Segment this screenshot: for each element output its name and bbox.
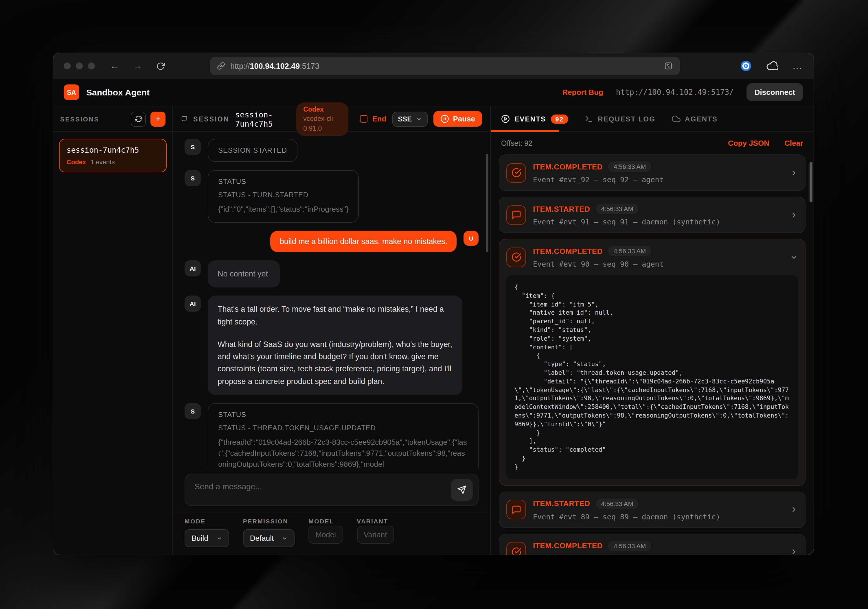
status-line: STATUS xyxy=(218,411,468,419)
send-button[interactable] xyxy=(451,479,473,501)
event-meta: Event #evt_88 – seq 88 – agent xyxy=(533,554,783,555)
events-scrollbar[interactable] xyxy=(809,162,812,202)
mode-label: MODE xyxy=(184,518,229,524)
model-input[interactable]: Model xyxy=(308,526,343,544)
link-icon xyxy=(217,62,225,70)
session-list-item[interactable]: session-7un4c7h5 Codex1 events xyxy=(59,139,167,172)
composer-placeholder: Send a message... xyxy=(194,482,262,491)
status-line: STATUS xyxy=(218,178,349,185)
message-bubble: STATUSSTATUS - THREAD.TOKEN_USAGE.UPDATE… xyxy=(208,403,479,469)
chevron-down-icon xyxy=(282,535,288,541)
event-expand-chevron[interactable] xyxy=(790,253,798,261)
event-card[interactable]: ITEM.COMPLETED 4:56:33 AM Event #evt_92 … xyxy=(499,155,806,191)
reader-mode-icon[interactable] xyxy=(664,61,673,71)
event-time: 4:56:33 AM xyxy=(608,541,651,551)
zoom-window-button[interactable] xyxy=(88,62,95,70)
status-line: {"threadId":"019c04ad-266b-72c3-83cc-c5e… xyxy=(218,437,468,469)
event-time: 4:56:33 AM xyxy=(596,498,638,509)
chat-message: U build me a billion dollar saas. make n… xyxy=(184,231,479,252)
new-session-button[interactable]: + xyxy=(150,111,166,126)
event-card[interactable]: ITEM.STARTED 4:56:33 AM Event #evt_89 – … xyxy=(499,491,806,528)
browser-chrome: ← → http://100.94.102.49:5173 … xyxy=(53,53,814,79)
session-event-count: 1 events xyxy=(91,158,115,165)
pause-circle-icon xyxy=(440,114,449,123)
event-type: ITEM.COMPLETED xyxy=(533,162,603,171)
forward-button[interactable]: → xyxy=(133,61,143,71)
refresh-sessions-button[interactable] xyxy=(131,111,146,126)
browser-menu-icon[interactable]: … xyxy=(792,60,803,72)
event-expand-chevron[interactable] xyxy=(790,168,798,177)
event-expand-chevron[interactable] xyxy=(790,505,798,513)
message-bubble: SESSION STARTED xyxy=(208,139,298,162)
play-circle-icon xyxy=(501,114,510,123)
mode-select[interactable]: Build xyxy=(184,529,229,547)
message-square-icon xyxy=(511,505,521,515)
copy-json-button[interactable]: Copy JSON xyxy=(728,139,769,147)
message-composer[interactable]: Send a message... xyxy=(184,474,479,506)
status-line: STATUS - THREAD.TOKEN_USAGE.UPDATED xyxy=(218,424,468,432)
event-expand-chevron[interactable] xyxy=(790,211,798,219)
message-square-icon xyxy=(181,114,188,123)
browser-window: ← → http://100.94.102.49:5173 … SA xyxy=(53,53,814,555)
minimize-window-button[interactable] xyxy=(76,62,83,70)
tab-agents[interactable]: AGENTS xyxy=(671,114,718,123)
event-expand-chevron[interactable] xyxy=(790,548,798,555)
back-button[interactable]: ← xyxy=(110,61,119,71)
message-avatar: S xyxy=(184,403,201,419)
tab-request-log[interactable]: REQUEST LOG xyxy=(584,114,655,123)
active-tab-underline xyxy=(491,130,559,132)
chat-message: S STATUSSTATUS - TURN.STARTED{"id":"0","… xyxy=(184,170,479,223)
event-type: ITEM.COMPLETED xyxy=(533,541,603,550)
message-paragraph: What kind of SaaS do you want (industry/… xyxy=(218,339,453,388)
end-checkbox[interactable] xyxy=(360,115,367,123)
chevron-down-icon xyxy=(216,535,222,541)
message-paragraph: That's a tall order. To move fast and “m… xyxy=(218,303,453,328)
send-icon xyxy=(457,485,467,495)
message-bubble: No content yet. xyxy=(208,260,280,288)
message-list: S SESSION STARTED S STATUSSTATUS - TURN.… xyxy=(173,132,490,469)
chat-message: S SESSION STARTED xyxy=(184,139,479,162)
reload-button[interactable] xyxy=(156,62,165,70)
event-icon xyxy=(506,542,526,555)
event-card[interactable]: ITEM.COMPLETED 4:56:33 AM Event #evt_88 … xyxy=(499,533,806,555)
model-label: MODEL xyxy=(308,518,343,524)
close-window-button[interactable] xyxy=(64,62,71,70)
event-list: ITEM.COMPLETED 4:56:33 AM Event #evt_92 … xyxy=(491,153,814,555)
pause-button[interactable]: Pause xyxy=(433,111,482,127)
sessions-title: SESSIONS xyxy=(60,115,126,122)
end-session-toggle[interactable]: End xyxy=(360,114,386,123)
session-provider: Codex xyxy=(67,158,86,165)
permission-select[interactable]: Default xyxy=(243,529,294,547)
chat-scrollbar[interactable] xyxy=(486,154,488,252)
disconnect-button[interactable]: Disconnect xyxy=(747,83,803,101)
event-card[interactable]: ITEM.STARTED 4:56:33 AM Event #evt_91 – … xyxy=(499,196,806,233)
session-name: session-7un4c7h5 xyxy=(67,146,159,155)
report-bug-link[interactable]: Report Bug xyxy=(562,88,603,97)
sessions-sidebar: SESSIONS + session-7un4c7h5 Codex1 event… xyxy=(53,107,173,555)
event-icon xyxy=(506,163,526,182)
tab-events[interactable]: EVENTS 92 xyxy=(501,114,568,124)
app-title: Sandbox Agent xyxy=(86,87,150,97)
message-avatar: U xyxy=(463,231,479,246)
session-label: SESSION xyxy=(193,115,229,122)
permission-label: PERMISSION xyxy=(243,518,294,524)
message-square-icon xyxy=(511,210,521,220)
password-manager-icon[interactable] xyxy=(740,60,752,72)
event-card[interactable]: ITEM.COMPLETED 4:56:33 AM Event #evt_90 … xyxy=(499,239,806,485)
transport-select[interactable]: SSE xyxy=(392,111,427,126)
chat-message: AI That's a tall order. To move fast and… xyxy=(184,295,479,395)
message-bubble: STATUSSTATUS - TURN.STARTED{"id":"0","it… xyxy=(208,170,359,223)
provider-badge: Codex vcodex-cli 0.91.0 xyxy=(296,102,348,136)
address-bar[interactable]: http://100.94.102.49:5173 xyxy=(210,57,680,75)
event-icon xyxy=(506,205,526,225)
cloud-sync-icon[interactable] xyxy=(766,61,778,71)
check-circle-icon xyxy=(511,252,521,262)
event-icon xyxy=(506,500,526,519)
clear-events-button[interactable]: Clear xyxy=(784,139,803,147)
app-logo: SA xyxy=(64,85,79,100)
status-line: STATUS - TURN.STARTED xyxy=(218,191,349,199)
variant-input[interactable]: Variant xyxy=(357,526,394,544)
event-type: ITEM.STARTED xyxy=(533,499,590,508)
variant-label: VARIANT xyxy=(357,518,394,524)
chat-message: AI No content yet. xyxy=(184,260,479,288)
